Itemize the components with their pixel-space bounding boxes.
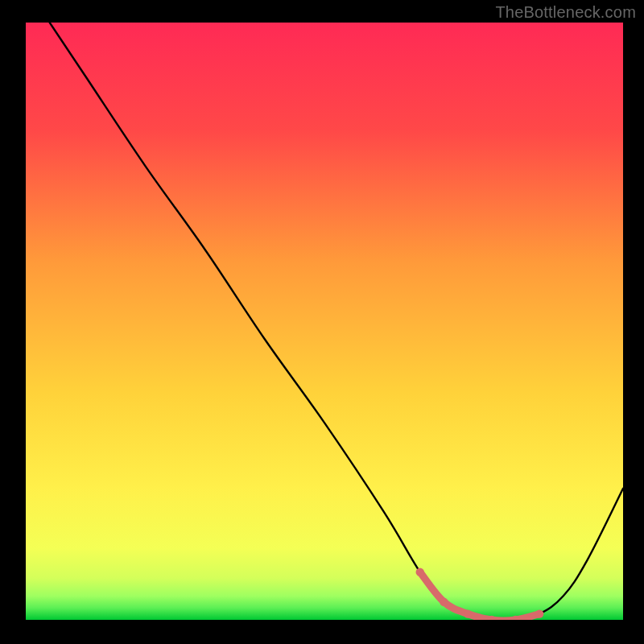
- chart-svg: [26, 23, 623, 620]
- optimal-dot: [416, 568, 424, 576]
- optimal-dot: [464, 609, 472, 617]
- plot-area: [26, 23, 623, 620]
- optimal-dot: [440, 598, 448, 606]
- watermark-text: TheBottleneck.com: [495, 3, 636, 22]
- optimal-dot: [535, 609, 543, 617]
- gradient-background: [26, 23, 623, 620]
- chart-frame: TheBottleneck.com: [0, 0, 644, 644]
